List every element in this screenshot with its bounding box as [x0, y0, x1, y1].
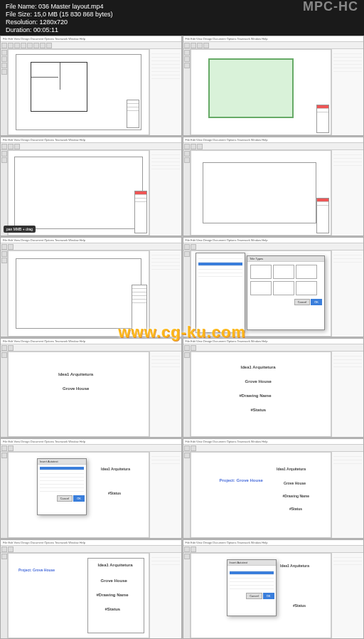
- thumb-2[interactable]: File Edit View Design Document Options T…: [183, 36, 365, 136]
- tool-icon[interactable]: [184, 445, 190, 451]
- tool-icon[interactable]: [1, 352, 7, 358]
- side-panel[interactable]: [331, 452, 363, 538]
- thumb-3[interactable]: File Edit View Design Document Options T…: [0, 137, 182, 237]
- tool-icon[interactable]: [21, 43, 26, 48]
- tool-icon[interactable]: [1, 251, 7, 257]
- tool-icon[interactable]: [184, 251, 190, 257]
- tool-icon[interactable]: [1, 445, 7, 451]
- side-panel[interactable]: [149, 553, 181, 639]
- tool-icon[interactable]: [1, 258, 7, 263]
- tool-icon[interactable]: [191, 546, 196, 552]
- canvas[interactable]: Idea1 Arquitetura Grove House: [8, 352, 149, 438]
- tool-icon[interactable]: [8, 546, 14, 552]
- canvas[interactable]: Insert Autotext Cancel OK Idea1 Arquitet…: [191, 553, 332, 639]
- canvas[interactable]: [8, 250, 149, 337]
- layout-list-dialog[interactable]: [196, 253, 245, 333]
- side-panel[interactable]: [331, 352, 363, 438]
- navigator-panel[interactable]: [149, 49, 181, 135]
- thumb-7[interactable]: File Edit View Design Document Options T…: [0, 338, 182, 438]
- tool-icon[interactable]: [197, 144, 203, 149]
- tool-icon[interactable]: [14, 43, 20, 48]
- canvas[interactable]: Project: Grove House Idea1 Arquitetura G…: [8, 553, 149, 639]
- cancel-button[interactable]: Cancel: [294, 299, 310, 305]
- tool-icon[interactable]: [184, 546, 190, 552]
- tool-icon[interactable]: [1, 151, 7, 157]
- tool-icon[interactable]: [1, 453, 7, 458]
- ok-button[interactable]: OK: [73, 495, 85, 502]
- thumb-11[interactable]: File Edit View Design Document Options T…: [0, 539, 182, 640]
- tool-icon[interactable]: [191, 445, 196, 451]
- tool-icon[interactable]: [184, 345, 190, 351]
- cancel-button[interactable]: Cancel: [246, 593, 262, 599]
- canvas[interactable]: Idea1 Arquitetura Grove House #Drawing N…: [191, 352, 332, 438]
- canvas[interactable]: [8, 150, 149, 236]
- tool-icon[interactable]: [1, 56, 7, 62]
- tool-icon[interactable]: [1, 244, 7, 250]
- tool-icon[interactable]: [8, 144, 14, 149]
- autotext-dialog[interactable]: Insert Autotext Cancel OK: [37, 458, 87, 515]
- tool-icon[interactable]: [197, 43, 203, 48]
- thumb-10[interactable]: File Edit View Design Document Options T…: [183, 438, 365, 539]
- tool-icon[interactable]: [191, 144, 196, 149]
- ok-button[interactable]: OK: [263, 593, 274, 599]
- thumb-9[interactable]: File Edit View Design Document Options T…: [0, 438, 182, 539]
- tool-icon[interactable]: [203, 43, 209, 48]
- tool-icon[interactable]: [1, 50, 7, 56]
- ok-button[interactable]: OK: [311, 299, 322, 305]
- thumb-8[interactable]: File Edit View Design Document Options T…: [183, 338, 365, 438]
- tool-icon[interactable]: [1, 157, 7, 163]
- tool-icon[interactable]: [191, 43, 196, 48]
- canvas[interactable]: Project: Grove House Idea1 Arquitetura G…: [191, 452, 332, 538]
- tool-icon[interactable]: [184, 151, 190, 157]
- tool-icon[interactable]: [8, 43, 14, 48]
- side-panel[interactable]: [149, 250, 181, 337]
- side-panel[interactable]: [149, 352, 181, 438]
- navigator-panel[interactable]: [331, 49, 363, 135]
- thumb-4[interactable]: File Edit View Design Document Options T…: [183, 137, 365, 237]
- canvas[interactable]: [191, 150, 332, 236]
- tool-icon[interactable]: [191, 244, 196, 250]
- canvas[interactable]: [8, 49, 149, 135]
- title-types-dialog[interactable]: Title Types Cancel OK: [247, 255, 325, 330]
- side-panel[interactable]: [149, 452, 181, 538]
- tool-icon[interactable]: [1, 345, 7, 351]
- thumb-6[interactable]: File Edit View Design Document Options T…: [183, 237, 365, 337]
- tool-icon[interactable]: [8, 445, 14, 451]
- tool-icon[interactable]: [184, 244, 190, 250]
- tool-icon[interactable]: [27, 43, 33, 48]
- tool-icon[interactable]: [184, 144, 190, 149]
- canvas[interactable]: Title Types Cancel OK: [191, 250, 332, 337]
- canvas[interactable]: [191, 49, 332, 135]
- tool-icon[interactable]: [184, 63, 190, 68]
- side-panel[interactable]: [331, 553, 363, 639]
- thumb-12[interactable]: File Edit View Design Document Options T…: [183, 539, 365, 640]
- tool-icon[interactable]: [33, 43, 39, 48]
- thumb-5[interactable]: File Edit View Design Document Options T…: [0, 237, 182, 337]
- tool-icon[interactable]: [184, 56, 190, 62]
- tool-icon[interactable]: [184, 453, 190, 458]
- tool-icon[interactable]: [1, 69, 7, 75]
- cancel-button[interactable]: Cancel: [57, 495, 73, 502]
- tool-icon[interactable]: [184, 157, 190, 163]
- tool-icon[interactable]: [40, 43, 46, 48]
- thumb-1[interactable]: File Edit View Design Document Options T…: [0, 36, 182, 136]
- side-panel[interactable]: [149, 150, 181, 236]
- tool-icon[interactable]: [191, 345, 196, 351]
- tool-icon[interactable]: [184, 43, 190, 48]
- side-panel[interactable]: [331, 150, 363, 236]
- autotext-dialog[interactable]: Insert Autotext Cancel OK: [227, 559, 277, 616]
- tool-icon[interactable]: [184, 50, 190, 56]
- tool-icon[interactable]: [46, 43, 52, 48]
- tool-icon[interactable]: [14, 144, 20, 149]
- tool-icon[interactable]: [184, 352, 190, 358]
- tool-icon[interactable]: [8, 244, 14, 250]
- tool-icon[interactable]: [1, 63, 7, 68]
- tool-icon[interactable]: [1, 546, 7, 552]
- tool-icon[interactable]: [8, 345, 14, 351]
- canvas[interactable]: Insert Autotext Cancel OK Idea1 Arquitet…: [8, 452, 149, 538]
- tool-icon[interactable]: [1, 43, 7, 48]
- tool-icon[interactable]: [184, 554, 190, 559]
- side-panel[interactable]: [331, 250, 363, 337]
- tool-icon[interactable]: [1, 144, 7, 149]
- tool-icon[interactable]: [1, 554, 7, 559]
